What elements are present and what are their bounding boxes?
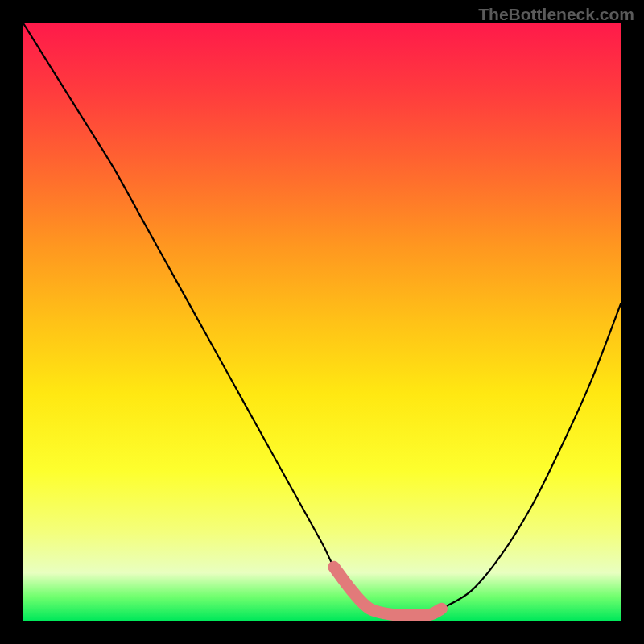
watermark-text: TheBottleneck.com: [478, 5, 634, 24]
optimal-range-marker-line: [334, 567, 442, 615]
chart-svg: [23, 23, 621, 621]
bottleneck-curve-line: [23, 23, 621, 615]
